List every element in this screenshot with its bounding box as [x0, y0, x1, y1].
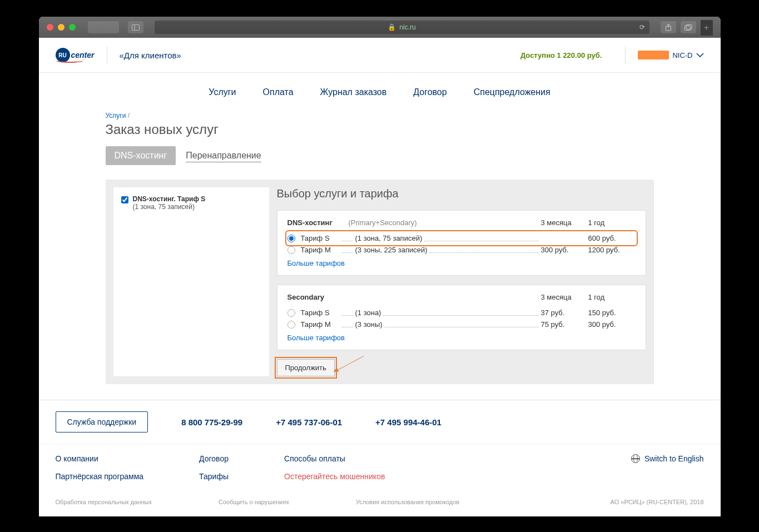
- phone-1: 8 800 775-29-99: [181, 417, 242, 427]
- svg-rect-0: [132, 24, 139, 30]
- chevron-down-icon: [696, 53, 704, 57]
- browser-chrome: ‹ › 🔒 nic.ru ⟳ +: [39, 17, 721, 38]
- cart-item-checkbox[interactable]: [121, 196, 128, 203]
- tariff-desc: (1 зона, 75 записей): [355, 234, 423, 242]
- tariff-block: Secondary 3 месяца 1 год Тариф S (1 зона…: [277, 285, 646, 350]
- price-3m: 37 руб.: [541, 309, 588, 317]
- footer-partner[interactable]: Партнёрская программа: [56, 472, 144, 481]
- nav-payment[interactable]: Оплата: [263, 87, 294, 97]
- globe-icon: [631, 454, 640, 463]
- tabs-button[interactable]: [681, 21, 696, 33]
- main-area: Выбор услуги и тарифа DNS-хостинг (Prima…: [277, 187, 646, 376]
- tariff-desc: (1 зона): [355, 309, 381, 317]
- url-host: nic.ru: [399, 23, 415, 31]
- cart-item-sub: (1 зона, 75 записей): [133, 203, 206, 211]
- account-id-redacted: [638, 51, 669, 59]
- footer-links: О компании Партнёрская программа Договор…: [39, 444, 721, 491]
- section-heading: Выбор услуги и тарифа: [277, 187, 646, 200]
- more-tariffs-link[interactable]: Больше тарифов: [287, 334, 345, 342]
- site-header: RU center «Для клиентов» Доступно 1 220.…: [39, 38, 721, 73]
- nav-offers[interactable]: Спецпредложения: [474, 87, 550, 97]
- continue-button[interactable]: Продолжить: [277, 359, 335, 376]
- page-title: Заказ новых услуг: [106, 122, 654, 137]
- price-3m: 75 руб.: [541, 320, 588, 329]
- more-tariffs-link[interactable]: Больше тарифов: [287, 259, 345, 267]
- share-button[interactable]: [661, 21, 676, 33]
- divider: [107, 47, 107, 63]
- tab-redirect[interactable]: Перенаправление: [186, 150, 261, 162]
- nav-orders[interactable]: Журнал заказов: [320, 87, 387, 97]
- address-bar[interactable]: 🔒 nic.ru ⟳: [155, 21, 649, 34]
- reload-icon[interactable]: ⟳: [639, 23, 645, 31]
- nav-contract[interactable]: Договор: [413, 87, 447, 97]
- lock-icon: 🔒: [388, 23, 396, 31]
- radio-icon[interactable]: [287, 235, 295, 242]
- block-sub: (Primary+Secondary): [349, 218, 541, 227]
- radio-icon[interactable]: [287, 246, 295, 254]
- svg-rect-4: [686, 24, 692, 29]
- tariff-desc: (3 зоны, 225 записей): [355, 246, 428, 254]
- legal-promo[interactable]: Условия использования промокодов: [356, 499, 459, 505]
- breadcrumb-link[interactable]: Услуги: [106, 112, 126, 120]
- sidebar-button[interactable]: [128, 21, 143, 33]
- tabs: DNS-хостинг Перенаправление: [106, 146, 654, 165]
- footer-contract[interactable]: Договор: [199, 454, 229, 463]
- cart-item: DNS-хостинг. Тариф S (1 зона, 75 записей…: [121, 195, 261, 211]
- radio-icon[interactable]: [287, 321, 295, 329]
- close-window-icon[interactable]: [47, 24, 53, 31]
- price-1y: 1200 руб.: [588, 246, 636, 254]
- tariff-desc: (3 зоны): [355, 320, 383, 329]
- price-1y: 300 руб.: [588, 320, 636, 329]
- clients-link[interactable]: «Для клиентов»: [120, 51, 181, 60]
- block-name: DNS-хостинг: [287, 218, 349, 227]
- block-name: Secondary: [287, 293, 349, 301]
- tariff-row[interactable]: Тариф M (3 зоны, 225 записей) 300 руб. 1…: [287, 244, 636, 256]
- balance: Доступно 1 220.00 руб.: [520, 51, 602, 59]
- tariff-row[interactable]: Тариф S (1 зона, 75 записей) 600 руб.: [287, 232, 636, 244]
- footer-about[interactable]: О компании: [56, 454, 144, 463]
- nav-services[interactable]: Услуги: [209, 87, 236, 97]
- col-1y: 1 год: [588, 218, 636, 227]
- legal-report[interactable]: Сообщить о нарушениях: [219, 499, 289, 505]
- language-switch[interactable]: Switch to English: [631, 454, 704, 463]
- col-3m: 3 месяца: [541, 293, 588, 301]
- phone-3: +7 495 994-46-01: [375, 417, 441, 427]
- legal-row: Обработка персональных данных Сообщить о…: [39, 491, 721, 516]
- footer-tariffs[interactable]: Тарифы: [199, 472, 229, 481]
- tariff-name: Тариф M: [301, 246, 340, 254]
- new-tab-button[interactable]: +: [701, 20, 713, 36]
- tariff-row[interactable]: Тариф M (3 зоны) 75 руб. 300 руб.: [287, 319, 636, 330]
- support-row: Служба поддержки 8 800 775-29-99 +7 495 …: [39, 400, 721, 444]
- tariff-name: Тариф S: [301, 234, 340, 242]
- maximize-window-icon[interactable]: [69, 24, 76, 31]
- radio-icon[interactable]: [287, 309, 295, 317]
- logo[interactable]: RU center: [56, 48, 95, 62]
- back-button[interactable]: ‹: [88, 21, 103, 33]
- price-1y: 600 руб.: [588, 234, 636, 242]
- tab-dns-hosting[interactable]: DNS-хостинг: [106, 146, 176, 165]
- support-button[interactable]: Служба поддержки: [56, 411, 148, 432]
- divider: [625, 47, 626, 63]
- footer-link[interactable]: Способы оплаты: [284, 454, 385, 463]
- col-3m: 3 месяца: [541, 218, 588, 227]
- phone-2: +7 495 737-06-01: [276, 417, 342, 427]
- tariff-block: DNS-хостинг (Primary+Secondary) 3 месяца…: [277, 210, 646, 276]
- breadcrumb: Услуги /: [106, 112, 654, 120]
- tariff-name: Тариф M: [301, 320, 340, 329]
- main-nav: Услуги Оплата Журнал заказов Договор Спе…: [39, 73, 721, 112]
- annotation-arrow: [334, 356, 364, 372]
- order-panel: DNS-хостинг. Тариф S (1 зона, 75 записей…: [106, 180, 654, 384]
- copyright: АО «РСИЦ» (RU-CENTER), 2018: [611, 499, 704, 505]
- minimize-window-icon[interactable]: [58, 24, 65, 31]
- forward-button[interactable]: ›: [103, 21, 119, 33]
- legal-privacy[interactable]: Обработка персональных данных: [56, 499, 152, 505]
- tariff-name: Тариф S: [301, 309, 340, 317]
- cart-item-title: DNS-хостинг. Тариф S: [133, 195, 206, 203]
- account-menu[interactable]: NIC-D: [638, 51, 703, 59]
- logo-text: center: [71, 51, 95, 59]
- language-label: Switch to English: [644, 454, 704, 463]
- price-1y: 150 руб.: [588, 309, 636, 317]
- account-suffix: NIC-D: [672, 51, 692, 59]
- footer-link[interactable]: Остерегайтесь мошенников: [284, 472, 385, 481]
- tariff-row[interactable]: Тариф S (1 зона) 37 руб. 150 руб.: [287, 307, 636, 319]
